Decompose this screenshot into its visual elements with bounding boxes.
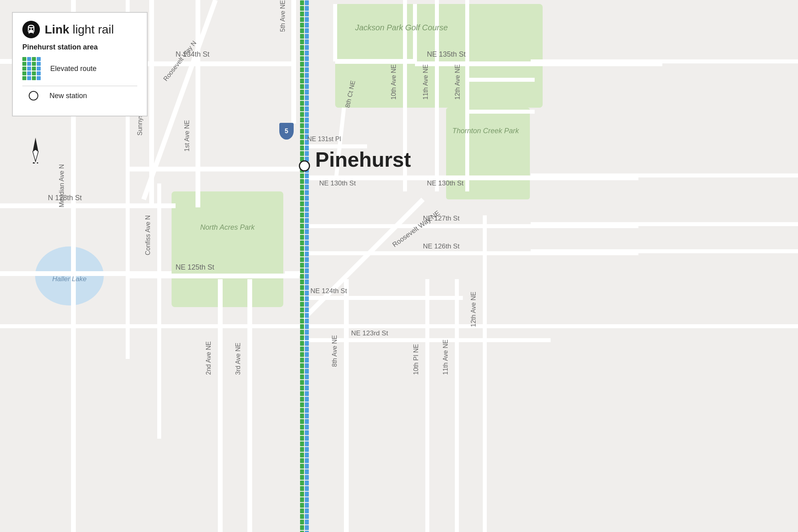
north-arrow: N <box>26 136 45 165</box>
label-5thne: 5th Ave NE <box>279 0 286 32</box>
lg-dot-g7 <box>32 62 36 66</box>
road-ne127th <box>303 224 638 228</box>
legend-link-bold: Link <box>45 23 69 36</box>
label-8thne: 8th Ave NE <box>331 335 338 367</box>
elevated-route-svg <box>298 0 310 532</box>
road-sunnyside <box>149 0 154 207</box>
svg-rect-26 <box>298 0 310 532</box>
lg-dot-b8 <box>37 67 41 71</box>
legend-separator <box>22 86 137 86</box>
north-acres-label: North Acres Park <box>176 223 279 232</box>
train-svg <box>26 24 37 35</box>
road-confiss <box>157 183 161 439</box>
station-name: Pinehurst <box>315 148 411 171</box>
label-ne125th: NE 125th St <box>176 263 214 272</box>
road-10thpl <box>425 279 429 532</box>
legend-title-text: Link light rail <box>45 24 114 35</box>
north-acres-park <box>172 191 283 307</box>
road-ne124th <box>303 296 463 300</box>
label-ne123rd: NE 123rd St <box>351 329 388 337</box>
train-icon <box>22 21 40 38</box>
thornton-creek-label: Thornton Creek Park <box>448 127 523 135</box>
legend-rail-text: light rail <box>69 23 114 36</box>
road-12th-upper <box>465 0 469 191</box>
label-2ndne: 2nd Ave NE <box>205 341 212 375</box>
svg-marker-28 <box>33 150 38 162</box>
lg-dot-g3 <box>22 67 26 71</box>
label-meridian: Meridian Ave N <box>58 164 65 207</box>
label-12thne: 12th Ave NE <box>454 64 461 100</box>
lg-dot-b2 <box>27 62 31 66</box>
label-ne130th-r: NE 130th St <box>427 179 464 187</box>
north-arrow-svg: N <box>26 136 45 164</box>
lg-dot-g8 <box>32 67 36 71</box>
svg-text:N: N <box>32 160 39 164</box>
legend-subtitle: Pinehurst station area <box>22 43 137 51</box>
legend-station-circle <box>29 91 38 100</box>
svg-line-1 <box>303 199 423 319</box>
lg-dot-g2 <box>22 62 26 66</box>
lg-dot-b7 <box>37 62 41 66</box>
legend-route-col-blue <box>27 57 31 80</box>
road-12th-right <box>483 215 487 532</box>
label-12thne-r: 12th Ave NE <box>470 292 477 327</box>
legend-box: Link light rail Pinehurst station area <box>12 12 148 116</box>
label-3rdne: 3rd Ave NE <box>235 343 242 375</box>
lg-dot-g10 <box>32 76 36 80</box>
legend-route-icon <box>22 57 45 80</box>
legend-route-col-green2 <box>32 57 36 80</box>
legend-route-item: Elevated route <box>22 57 137 80</box>
road-1st <box>196 0 200 207</box>
label-ne130th-main: NE 130th St <box>319 179 356 187</box>
label-10thplne: 10th PI NE <box>413 344 420 375</box>
lg-dot-b4 <box>27 71 31 75</box>
label-1stne: 1st Ave NE <box>184 120 191 152</box>
haller-lake-label: Haller Lake <box>34 275 105 283</box>
label-ne135th: NE 135th St <box>427 50 466 59</box>
legend-route-col-blue2 <box>37 57 41 80</box>
lg-dot-g1 <box>22 57 26 61</box>
road-3rd <box>247 279 252 532</box>
road-2nd <box>218 279 223 532</box>
legend-route-col-green <box>22 57 26 80</box>
label-ne131pl: NE 131st Pl <box>307 136 341 143</box>
lg-dot-b5 <box>27 76 31 80</box>
lg-dot-g4 <box>22 71 26 75</box>
legend-route-label: Elevated route <box>50 65 97 73</box>
label-ne126th: NE 126th St <box>423 242 460 250</box>
road-ne126th <box>303 251 638 255</box>
lg-dot-b9 <box>37 71 41 75</box>
road-11th-right <box>455 279 459 532</box>
road-ne135th <box>415 61 662 66</box>
pinehurst-station-marker <box>299 160 310 171</box>
lg-dot-g5 <box>22 76 26 80</box>
interstate-5-shield: 5 <box>279 123 294 140</box>
lg-dot-g9 <box>32 71 36 75</box>
lg-dot-b1 <box>27 57 31 61</box>
jackson-park-label: Jackson Park Golf Course <box>355 23 448 32</box>
road-5th <box>291 0 296 124</box>
shield-number: 5 <box>279 123 294 140</box>
legend-station-item: New station <box>22 91 137 100</box>
legend-title-row: Link light rail <box>22 21 137 38</box>
road-8th <box>344 279 349 532</box>
lg-dot-b10 <box>37 76 41 80</box>
map-container: 5 Jackson Park Golf Course Thornton Cree… <box>0 0 798 532</box>
lg-dot-b6 <box>37 57 41 61</box>
lg-dot-g6 <box>32 57 36 61</box>
road-ne125th <box>128 274 299 278</box>
label-11thne: 11th Ave NE <box>422 64 429 100</box>
lg-dot-b3 <box>27 67 31 71</box>
label-ne124th: NE 124th St <box>310 287 347 295</box>
label-confiss: Confiss Ave N <box>144 215 152 255</box>
label-10thne: 10th Ave NE <box>390 64 397 100</box>
legend-station-label: New station <box>49 92 87 100</box>
label-11thne-r: 11th Ave NE <box>442 339 449 375</box>
